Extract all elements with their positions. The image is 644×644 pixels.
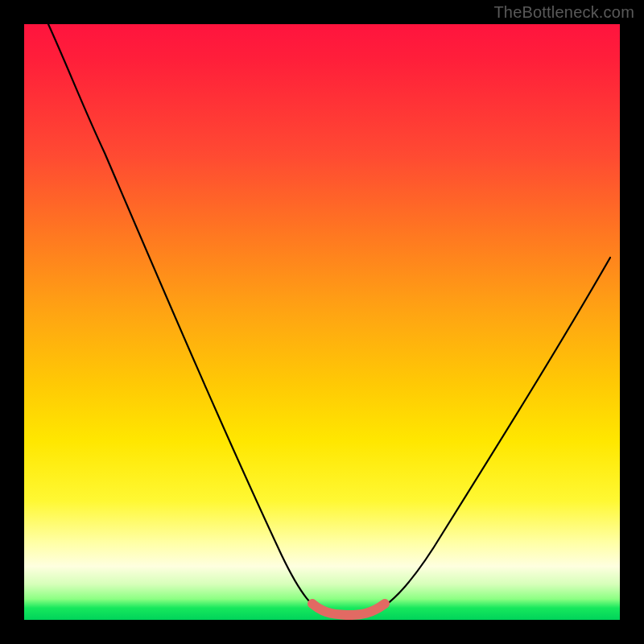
curve-right-branch [370, 258, 610, 613]
chart-frame: TheBottleneck.com [0, 0, 644, 644]
curve-left-branch [48, 24, 324, 613]
highlight-band [312, 604, 385, 615]
curve-layer [24, 24, 620, 620]
plot-area [24, 24, 620, 620]
watermark-text: TheBottleneck.com [493, 3, 634, 22]
